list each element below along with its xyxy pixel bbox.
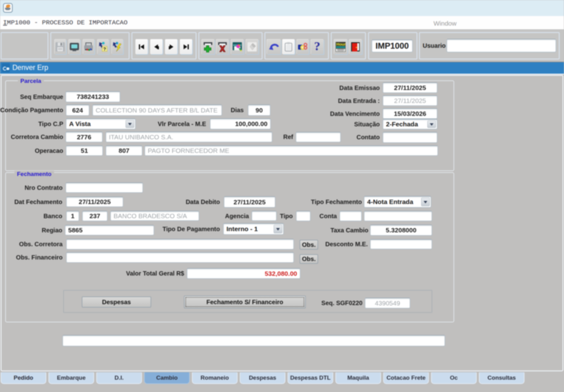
svg-text:Hour: Hour — [336, 42, 346, 47]
svg-text:?: ? — [103, 46, 106, 51]
